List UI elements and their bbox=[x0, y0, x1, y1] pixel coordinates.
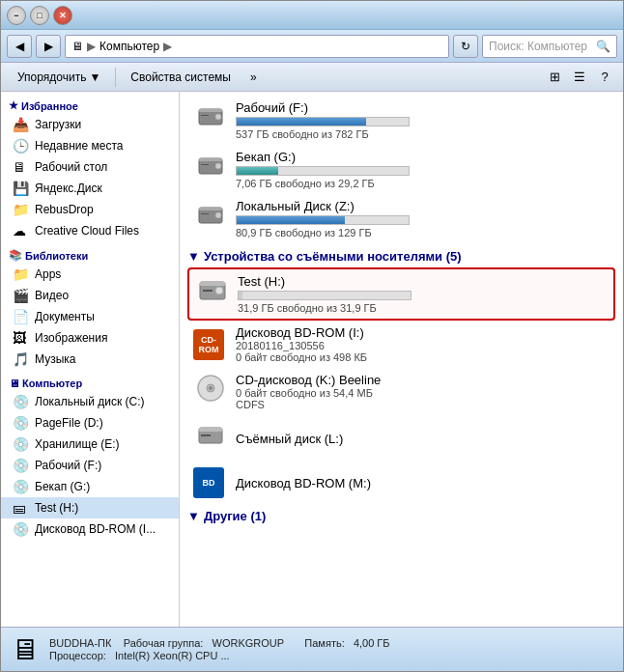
status-bar: 🖥 BUDDHA-ПК Рабочая группа: WORKGROUP Па… bbox=[1, 627, 623, 671]
toolbar: Упорядочить ▼ Свойства системы » ⊞ ☰ ? bbox=[1, 63, 623, 92]
svg-rect-5 bbox=[199, 158, 222, 161]
drive-k-extra: CDFS bbox=[236, 399, 610, 410]
refresh-button[interactable]: ↻ bbox=[453, 35, 478, 58]
drive-i-name: Дисковод BD-ROM (I:) bbox=[236, 325, 610, 340]
sidebar-item-recent[interactable]: 🕒 Недавние места bbox=[1, 135, 179, 156]
path-arrow: ▶ bbox=[163, 40, 172, 53]
drive-item-i[interactable]: CD-ROM Дисковод BD-ROM (I:) 20180116_130… bbox=[187, 321, 615, 368]
drive-item-g[interactable]: Бекап (G:) 7,06 ГБ свободно из 29,2 ГБ bbox=[187, 145, 615, 194]
drive-h-info: Test (H:) 31,9 ГБ свободно из 31,9 ГБ bbox=[238, 274, 608, 314]
drive-k-icon bbox=[193, 373, 228, 410]
help-button[interactable]: ? bbox=[594, 67, 615, 88]
drive-item-f[interactable]: Рабочий (F:) 537 ГБ свободно из 782 ГБ bbox=[187, 96, 615, 145]
drive-z-name: Локальный Диск (Z:) bbox=[236, 199, 610, 213]
address-path[interactable]: 🖥 ▶ Компьютер ▶ bbox=[65, 35, 449, 58]
status-line-1: BUDDHA-ПК Рабочая группа: WORKGROUP Памя… bbox=[49, 637, 390, 649]
favorites-section: ★ Избранное 📥 Загрузки 🕒 Недавние места … bbox=[1, 96, 179, 241]
path-icon: 🖥 bbox=[71, 40, 83, 53]
local-c-icon: 💿 bbox=[13, 394, 30, 409]
libraries-icon: 📚 bbox=[9, 249, 22, 262]
back-button[interactable]: ◀ bbox=[7, 35, 32, 58]
favorites-star-icon: ★ bbox=[9, 99, 18, 112]
downloads-icon: 📥 bbox=[13, 117, 30, 132]
sidebar-item-yandex[interactable]: 💾 Яндекс.Диск bbox=[1, 178, 179, 199]
sidebar-item-rebus[interactable]: 📁 RebusDrop bbox=[1, 199, 179, 220]
sidebar-item-apps[interactable]: 📁 Apps bbox=[1, 264, 179, 285]
drive-item-z[interactable]: Локальный Диск (Z:) 80,9 ГБ свободно из … bbox=[187, 194, 615, 243]
drive-z-info: Локальный Диск (Z:) 80,9 ГБ свободно из … bbox=[236, 199, 610, 238]
drive-item-k[interactable]: CD-дисковод (K:) Beeline 0 байт свободно… bbox=[187, 368, 615, 415]
sidebar-item-docs[interactable]: 📄 Документы bbox=[1, 306, 179, 327]
removable-triangle-icon: ▼ bbox=[187, 249, 200, 264]
storage-icon: 💿 bbox=[13, 436, 30, 452]
drive-k-free: 0 байт свободно из 54,4 МБ bbox=[236, 387, 610, 399]
drive-f-bar-container bbox=[236, 117, 410, 126]
title-bar: − □ ✕ bbox=[1, 1, 623, 30]
sidebar-item-images[interactable]: 🖼 Изображения bbox=[1, 327, 179, 349]
drive-i-free: 0 байт свободно из 498 КБ bbox=[236, 351, 610, 363]
sidebar-item-pagefile[interactable]: 💿 PageFile (D:) bbox=[1, 412, 179, 434]
yandex-icon: 💾 bbox=[13, 181, 30, 196]
drive-l-name: Съёмный диск (L:) bbox=[236, 432, 610, 446]
main-window: − □ ✕ ◀ ▶ 🖥 ▶ Компьютер ▶ ↻ Поиск: Компь… bbox=[0, 0, 624, 672]
properties-label: Свойства системы bbox=[130, 70, 231, 84]
sidebar-item-work-f[interactable]: 💿 Рабочий (F:) bbox=[1, 455, 179, 476]
sidebar-item-bdrom[interactable]: 💿 Дисковод BD-ROM (I... bbox=[1, 518, 179, 540]
drive-item-m[interactable]: BD Дисковод BD-ROM (M:) bbox=[187, 462, 615, 503]
desktop-icon: 🖥 bbox=[13, 159, 30, 175]
properties-button[interactable]: Свойства системы bbox=[122, 66, 240, 89]
drive-g-bar-container bbox=[236, 166, 410, 176]
sidebar-item-video[interactable]: 🎬 Видео bbox=[1, 285, 179, 306]
sidebar-item-storage[interactable]: 💿 Хранилище (E:) bbox=[1, 434, 179, 455]
drive-f-free: 537 ГБ свободно из 782 ГБ bbox=[236, 128, 610, 140]
other-triangle-icon: ▼ bbox=[187, 509, 200, 523]
view-list-button[interactable]: ☰ bbox=[569, 67, 590, 88]
drive-item-l[interactable]: Съёмный диск (L:) bbox=[187, 415, 615, 462]
svg-rect-13 bbox=[200, 282, 225, 286]
organize-label: Упорядочить bbox=[17, 70, 86, 84]
drive-f-icon bbox=[193, 101, 228, 139]
sidebar-item-downloads[interactable]: 📥 Загрузки bbox=[1, 114, 179, 135]
view-toggle-button[interactable]: ⊞ bbox=[544, 67, 565, 88]
drive-m-info: Дисковод BD-ROM (M:) bbox=[236, 476, 610, 490]
computer-header: 🖥 Компьютер bbox=[1, 374, 179, 391]
forward-button[interactable]: ▶ bbox=[36, 35, 61, 58]
status-computer-icon: 🖥 bbox=[11, 633, 40, 666]
drive-item-h[interactable]: Test (H:) 31,9 ГБ свободно из 31,9 ГБ bbox=[187, 267, 615, 321]
sidebar-item-local-c[interactable]: 💿 Локальный диск (C:) bbox=[1, 391, 179, 412]
minimize-button[interactable]: − bbox=[7, 6, 26, 25]
drive-i-subname: 20180116_130556 bbox=[236, 340, 610, 351]
drive-l-info: Съёмный диск (L:) bbox=[236, 432, 610, 446]
computer-section: 🖥 Компьютер 💿 Локальный диск (C:) 💿 Page… bbox=[1, 374, 179, 540]
other-section-header: ▼ Другие (1) bbox=[187, 503, 615, 527]
drive-i-info: Дисковод BD-ROM (I:) 20180116_130556 0 б… bbox=[236, 325, 610, 363]
maximize-button[interactable]: □ bbox=[30, 6, 49, 25]
status-workgroup-value: WORKGROUP bbox=[213, 637, 284, 649]
sidebar-item-test-h[interactable]: 🖴 Test (H:) bbox=[1, 497, 179, 518]
drive-h-bar-container bbox=[238, 291, 411, 300]
drive-h-free: 31,9 ГБ свободно из 31,9 ГБ bbox=[238, 302, 608, 314]
search-box[interactable]: Поиск: Компьютер 🔍 bbox=[482, 35, 617, 58]
computer-icon: 🖥 bbox=[9, 378, 19, 389]
search-placeholder: Поиск: Компьютер bbox=[489, 40, 592, 53]
libraries-header: 📚 Библиотеки bbox=[1, 245, 179, 264]
close-button[interactable]: ✕ bbox=[53, 6, 72, 25]
sidebar-item-backup-g[interactable]: 💿 Бекап (G:) bbox=[1, 476, 179, 497]
backup-g-icon: 💿 bbox=[13, 479, 30, 494]
test-h-icon: 🖴 bbox=[13, 500, 30, 516]
sidebar-item-music[interactable]: 🎵 Музыка bbox=[1, 349, 179, 370]
more-button[interactable]: » bbox=[241, 66, 266, 89]
status-processor-label: Процессор: bbox=[49, 650, 106, 661]
svg-rect-1 bbox=[199, 109, 222, 112]
drive-f-bar bbox=[237, 118, 366, 126]
window-controls: − □ ✕ bbox=[7, 6, 72, 25]
drive-h-icon bbox=[195, 275, 230, 313]
rebus-icon: 📁 bbox=[13, 202, 30, 217]
svg-rect-2 bbox=[201, 115, 209, 116]
drive-z-bar-container bbox=[236, 215, 410, 225]
status-memory-label: Память: bbox=[304, 637, 344, 649]
sidebar-item-creative[interactable]: ☁ Creative Cloud Files bbox=[1, 220, 179, 241]
libraries-section: 📚 Библиотеки 📁 Apps 🎬 Видео 📄 Документы … bbox=[1, 245, 179, 370]
organize-button[interactable]: Упорядочить ▼ bbox=[9, 66, 109, 89]
sidebar-item-desktop[interactable]: 🖥 Рабочий стол bbox=[1, 156, 179, 178]
